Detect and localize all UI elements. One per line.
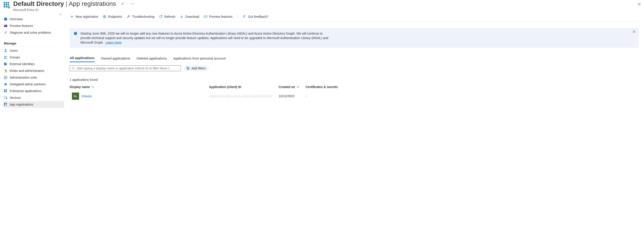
delegated-icon [4, 82, 8, 86]
svg-rect-29 [6, 90, 7, 90]
svg-rect-16 [4, 25, 7, 27]
download-button[interactable]: Download [179, 14, 200, 19]
tab-personal-applications[interactable]: Applications from personal account [173, 55, 226, 62]
sidebar-collapse-button[interactable] [58, 12, 63, 17]
app-name-link[interactable]: Klaviyo [82, 94, 92, 98]
column-display-name[interactable]: Display name [70, 85, 209, 89]
devices-icon [4, 96, 8, 100]
svg-rect-6 [4, 6, 5, 8]
toolbar-label: Preview features [209, 15, 232, 18]
column-certificates-secrets[interactable]: Certificates & secrets [306, 85, 342, 89]
plus-icon [70, 15, 74, 18]
sidebar-item-preview-features[interactable]: Preview features [3, 22, 64, 29]
svg-point-10 [131, 3, 132, 4]
close-blade-button[interactable] [636, 1, 642, 7]
sidebar-item-app-registrations[interactable]: App registrations [3, 101, 64, 108]
svg-rect-37 [6, 104, 7, 106]
svg-rect-4 [6, 4, 7, 6]
applications-table: Display name Application (client) ID Cre… [70, 83, 339, 102]
toolbar-label: Endpoints [108, 15, 122, 18]
main-layout: Overview Preview features Diagnose and s… [0, 12, 644, 229]
banner-learn-more-link[interactable]: Learn more [106, 41, 122, 44]
pin-button[interactable] [120, 1, 126, 7]
sidebar-item-enterprise-apps[interactable]: Enterprise applications [3, 88, 64, 94]
column-label: Created on [279, 85, 295, 89]
svg-rect-28 [4, 90, 5, 90]
sidebar-item-label: App registrations [10, 103, 33, 106]
add-filters-button[interactable]: Add filters [184, 66, 209, 71]
svg-rect-0 [4, 2, 5, 3]
sidebar-top-section: Overview Preview features Diagnose and s… [3, 16, 64, 36]
sidebar: Overview Preview features Diagnose and s… [0, 12, 64, 229]
enterprise-apps-icon [4, 89, 8, 93]
got-feedback-button[interactable]: Got feedback? [242, 14, 269, 19]
sidebar-item-users[interactable]: Users [3, 47, 64, 54]
info-icon [74, 32, 77, 35]
download-icon [180, 15, 183, 18]
tab-all-applications[interactable]: All applications [70, 55, 94, 62]
sidebar-item-roles[interactable]: Roles and administrators [3, 68, 64, 74]
endpoints-button[interactable]: Endpoints [102, 14, 122, 19]
svg-point-46 [75, 32, 76, 33]
tab-deleted-applications[interactable]: Deleted applications [136, 55, 167, 62]
tabs: All applications Owned applications Dele… [70, 55, 638, 62]
column-label: Application (client) ID [209, 85, 241, 89]
title-section: App registrations [69, 0, 116, 7]
svg-rect-31 [6, 91, 7, 92]
info-banner: Starting June 30th, 2020 we will no long… [70, 28, 638, 48]
groups-icon [4, 56, 8, 59]
column-label: Certificates & secrets [306, 85, 338, 89]
svg-point-21 [6, 56, 7, 57]
svg-rect-2 [8, 2, 9, 3]
diagnose-icon [4, 31, 8, 34]
table-row[interactable]: KL Klaviyo xxxxxxxx-xxxx-xxxx-xxxx-xxxxx… [70, 91, 339, 102]
pin-icon [121, 2, 124, 6]
svg-point-41 [206, 16, 206, 17]
entra-logo-icon [3, 2, 10, 8]
column-label: Display name [70, 85, 90, 89]
sidebar-item-devices[interactable]: Devices [3, 94, 64, 101]
svg-point-25 [6, 71, 7, 72]
svg-rect-3 [4, 4, 5, 6]
roles-icon [4, 69, 8, 72]
toolbar-label: Troubleshooting [132, 15, 154, 18]
troubleshooting-button[interactable]: Troubleshooting [126, 14, 155, 19]
sidebar-item-diagnose[interactable]: Diagnose and solve problems [3, 29, 64, 36]
admin-units-icon [4, 76, 8, 79]
wrench-icon [126, 15, 130, 18]
svg-rect-27 [5, 77, 6, 78]
column-app-id[interactable]: Application (client) ID [209, 85, 279, 89]
sidebar-item-label: Users [10, 49, 18, 52]
header-titles: Default Directory | App registrations Mi… [13, 0, 640, 12]
toolbar-label: Refresh [164, 15, 175, 18]
cell-display-name: KL Klaviyo [70, 92, 209, 100]
filter-row: Add filters [70, 65, 638, 71]
column-created-on[interactable]: Created on [279, 85, 306, 89]
sidebar-item-overview[interactable]: Overview [3, 16, 64, 22]
refresh-icon [159, 15, 162, 18]
toolbar-label: Got feedback? [248, 15, 268, 18]
new-registration-button[interactable]: New registration [70, 14, 99, 19]
banner-close-button[interactable] [632, 30, 636, 34]
svg-rect-5 [8, 4, 9, 6]
svg-point-43 [243, 15, 244, 16]
content-area: New registration Endpoints Troubleshooti… [64, 12, 644, 229]
search-input[interactable] [76, 66, 179, 70]
sidebar-item-delegated-admin[interactable]: Delegated admin partners [3, 81, 64, 88]
sidebar-item-administrative-units[interactable]: Administrative units [3, 74, 64, 81]
svg-rect-14 [6, 19, 6, 20]
tab-owned-applications[interactable]: Owned applications [101, 55, 130, 62]
preview-icon [4, 24, 8, 28]
search-box[interactable] [70, 65, 181, 71]
preview-features-button[interactable]: Preview features [203, 14, 233, 19]
sidebar-item-groups[interactable]: Groups [3, 54, 64, 61]
feedback-icon [243, 15, 246, 18]
cell-app-id: xxxxxxxx-xxxx-xxxx-xxxx-xxxxxxxxxxxx [209, 94, 279, 98]
svg-point-24 [5, 70, 6, 71]
more-button[interactable] [130, 2, 136, 6]
refresh-button[interactable]: Refresh [158, 14, 176, 19]
svg-point-19 [5, 49, 6, 50]
sidebar-item-external-identities[interactable]: External Identities [3, 61, 64, 68]
sidebar-item-label: Enterprise applications [10, 89, 42, 93]
cell-created-on: 10/12/2023 [279, 94, 306, 98]
